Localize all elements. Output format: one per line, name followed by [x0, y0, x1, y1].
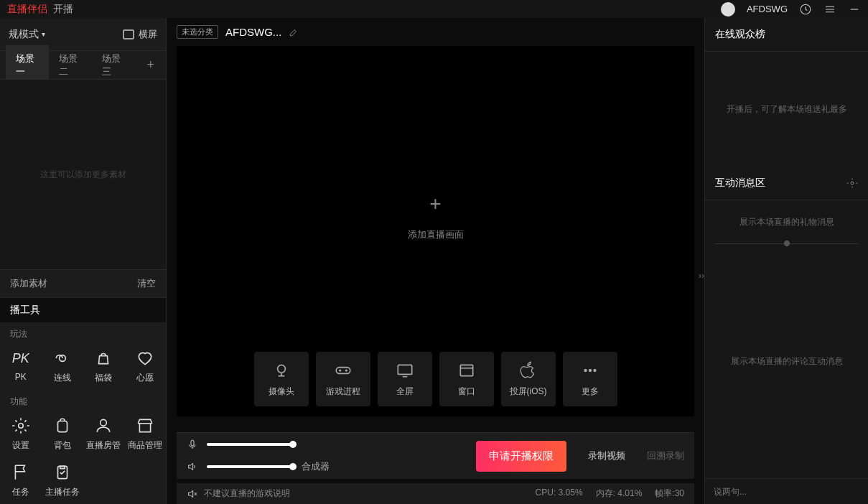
- orientation-label: 横屏: [139, 28, 157, 41]
- game-hint-link[interactable]: 不建议直播的游戏说明: [187, 487, 290, 500]
- collapse-right-icon[interactable]: ››: [697, 261, 706, 290]
- status-bar: 不建议直播的游戏说明 CPU: 3.05% 内存: 4.01% 帧率:30: [177, 483, 694, 504]
- tool-backpack[interactable]: 背包: [42, 411, 83, 457]
- source-ios[interactable]: 投屏(iOS): [501, 352, 556, 406]
- mic-row: [187, 439, 330, 450]
- speaker-slider[interactable]: [207, 465, 293, 468]
- source-label: 摄像头: [269, 386, 294, 398]
- source-camera[interactable]: 摄像头: [254, 352, 309, 406]
- msg-title: 互动消息区: [715, 177, 765, 190]
- source-bar: 摄像头 游戏进程 全屏 窗口: [254, 352, 617, 406]
- chat-input-wrap: [705, 478, 868, 504]
- tool-label: 任务: [12, 486, 29, 498]
- clipboard-icon: [53, 463, 72, 482]
- svg-point-8: [345, 369, 347, 370]
- start-stream-button[interactable]: 申请开播权限: [476, 441, 566, 472]
- speaker-mute-icon: [187, 488, 198, 500]
- source-label: 更多: [582, 386, 599, 398]
- chat-input[interactable]: [714, 487, 859, 497]
- tool-link[interactable]: 连线: [42, 343, 83, 390]
- cpu-stat: CPU: 3.05%: [536, 487, 583, 500]
- svg-point-13: [589, 369, 591, 371]
- tool-settings[interactable]: 设置: [0, 411, 42, 457]
- tool-task[interactable]: 任务: [0, 457, 42, 504]
- source-label: 窗口: [458, 386, 475, 398]
- mic-slider[interactable]: [207, 443, 293, 446]
- synth-label[interactable]: 合成器: [302, 460, 330, 473]
- orientation-toggle[interactable]: 横屏: [123, 28, 157, 41]
- landscape-icon: [123, 29, 134, 39]
- center-panel: 未选分类 AFDSWG... + 添加直播画面 摄像头 游戏进程: [167, 18, 704, 504]
- svg-point-9: [339, 369, 340, 370]
- stream-title: AFDSWG...: [225, 26, 281, 38]
- header-right: AFDSWG: [721, 2, 861, 17]
- flag-icon: [11, 463, 30, 482]
- source-more[interactable]: 更多: [563, 352, 617, 406]
- tool-label: 心愿: [136, 372, 154, 384]
- gamepad-icon: [334, 361, 353, 380]
- mode-label: 规模式: [9, 28, 39, 41]
- svg-point-6: [277, 365, 285, 373]
- add-hint: 添加直播画面: [408, 228, 464, 241]
- svg-rect-10: [398, 365, 412, 374]
- category-tag[interactable]: 未选分类: [177, 25, 218, 39]
- control-panel: 合成器 申请开播权限 录制视频 回溯录制: [177, 432, 694, 479]
- left-sidebar: 规模式 ▾ 横屏 场景一 场景二 场景三 + 这里可以添加更多素材 添加素材 清…: [0, 18, 167, 504]
- tool-label: 福袋: [95, 372, 112, 384]
- tool-pk[interactable]: PK PK: [0, 343, 42, 390]
- apple-icon: [519, 361, 538, 380]
- add-material-button[interactable]: 添加素材: [10, 277, 47, 290]
- person-icon: [94, 416, 113, 435]
- speaker-icon[interactable]: [187, 461, 198, 472]
- tool-wish[interactable]: 心愿: [124, 343, 166, 390]
- source-game[interactable]: 游戏进程: [316, 352, 370, 406]
- game-hint-text: 不建议直播的游戏说明: [204, 487, 290, 500]
- settings-icon[interactable]: [846, 177, 858, 189]
- logo: 直播伴侣 开播: [7, 3, 73, 16]
- tool-label: 主播任务: [45, 486, 80, 498]
- tool-room-mgmt[interactable]: 直播房管: [83, 411, 125, 457]
- minimize-icon[interactable]: [848, 3, 861, 16]
- add-source-center[interactable]: + 添加直播画面: [408, 192, 464, 241]
- source-fullscreen[interactable]: 全屏: [378, 352, 432, 406]
- right-panel: 在线观众榜 开播后，可了解本场谁送礼最多 互动消息区 展示本场直播的礼物消息 展…: [704, 18, 868, 504]
- msg-header: 互动消息区: [705, 167, 868, 200]
- menu-icon[interactable]: [823, 3, 836, 16]
- backpack-icon: [53, 416, 72, 435]
- link-icon: [53, 349, 72, 368]
- rank-header: 在线观众榜: [705, 18, 868, 52]
- store-icon: [136, 416, 154, 435]
- pk-icon: PK: [11, 349, 30, 368]
- svg-point-2: [19, 424, 24, 429]
- clear-material-button[interactable]: 清空: [137, 277, 156, 290]
- svg-point-4: [101, 419, 107, 426]
- tool-goods[interactable]: 商品管理: [124, 411, 166, 457]
- wish-icon: [136, 349, 154, 368]
- mode-dropdown[interactable]: 规模式 ▾: [9, 28, 45, 41]
- refresh-icon[interactable]: [799, 3, 812, 16]
- speaker-row: 合成器: [187, 460, 330, 473]
- dots-icon: [581, 361, 599, 380]
- add-scene-button[interactable]: +: [135, 57, 166, 73]
- tool-bag[interactable]: 福袋: [83, 343, 125, 390]
- record-button[interactable]: 录制视频: [588, 449, 625, 462]
- svg-rect-11: [460, 365, 472, 375]
- logo-text: 直播伴侣: [7, 3, 47, 14]
- preview-area: + 添加直播画面 摄像头 游戏进程 全屏: [177, 46, 694, 416]
- gear-icon: [11, 416, 30, 435]
- tool-label: PK: [15, 372, 27, 382]
- source-window[interactable]: 窗口: [439, 352, 494, 406]
- rank-body: 开播后，可了解本场谁送礼最多: [705, 52, 868, 167]
- window-icon: [457, 361, 476, 380]
- divider[interactable]: [715, 243, 858, 244]
- mic-icon[interactable]: [187, 439, 198, 450]
- svg-point-14: [593, 369, 595, 371]
- tool-label: 背包: [54, 439, 71, 452]
- replay-button[interactable]: 回溯录制: [647, 449, 684, 462]
- edit-icon[interactable]: [289, 27, 299, 37]
- tool-anchor-task[interactable]: 主播任务: [42, 457, 83, 504]
- svg-rect-15: [191, 440, 194, 446]
- avatar[interactable]: [721, 2, 735, 17]
- tool-label: 连线: [54, 372, 71, 384]
- tool-label: 直播房管: [86, 439, 121, 452]
